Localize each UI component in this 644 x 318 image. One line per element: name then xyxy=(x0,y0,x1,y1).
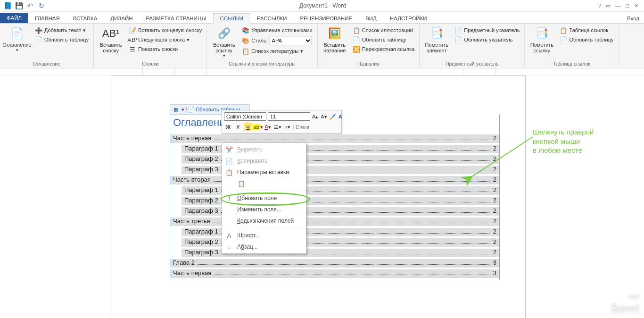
bold-button[interactable]: Ж xyxy=(224,123,232,131)
manage-sources-button[interactable]: 📚Управление источниками xyxy=(240,26,314,34)
ctx-toggle-codes[interactable]: Коды/значения полей xyxy=(222,215,306,226)
manage-icon: 📚 xyxy=(242,26,249,34)
update-toa-button[interactable]: 📄Обновить таблицу xyxy=(558,35,615,44)
toc-row-leader xyxy=(198,264,491,265)
styles-icon[interactable]: A xyxy=(338,112,343,121)
tab-addins[interactable]: НАДСТРОЙКИ xyxy=(383,14,434,23)
tab-mailings[interactable]: РАССЫЛКИ xyxy=(250,14,294,23)
insert-endnote-button[interactable]: 📝Вставить концевую сноску xyxy=(127,26,204,34)
insert-caption-button[interactable]: 🖼️ Вставить название xyxy=(321,25,349,53)
close-icon[interactable]: ✕ xyxy=(634,3,638,9)
insert-footnote-button[interactable]: AB¹ Вставить сноску xyxy=(97,25,125,53)
copy-icon: 📄 xyxy=(225,157,233,165)
toc-row-label: Параграф 3 xyxy=(184,166,219,173)
group-toc: 📄 Оглавление ▾ ➕Добавить текст ▾ 📄Обнови… xyxy=(0,24,94,68)
figure-list-button[interactable]: 📋Список иллюстраций xyxy=(351,26,417,34)
bullets-icon[interactable]: ☰▾ xyxy=(273,123,282,131)
group-toa-label: Таблица ссылок xyxy=(528,60,615,68)
format-painter-icon[interactable]: 🖌️ xyxy=(329,112,337,121)
ctx-copy[interactable]: 📄Копировать xyxy=(222,155,306,167)
toc-row-page: 2 xyxy=(493,155,496,162)
next-footnote-button[interactable]: AB¹Следующая сноска ▾ xyxy=(127,35,204,44)
group-captions-label: Названия xyxy=(321,60,417,68)
ctx-cut[interactable]: ✂️Вырезать xyxy=(222,144,306,155)
ctx-paragraph[interactable]: ≡Абзац... xyxy=(222,241,306,252)
tab-layout[interactable]: РАЗМЕТКА СТРАНИЦЫ xyxy=(140,14,213,23)
minimize-icon[interactable]: — xyxy=(615,3,620,9)
endnote-icon: 📝 xyxy=(129,26,136,34)
tab-review[interactable]: РЕЦЕНЗИРОВАНИЕ xyxy=(294,14,359,23)
underline-button[interactable]: Ч xyxy=(244,123,252,131)
login-link[interactable]: Вход xyxy=(622,14,644,23)
ctx-font[interactable]: AШрифт... xyxy=(222,230,306,241)
toc-row[interactable]: Часть первая3 xyxy=(170,269,499,278)
toc-row-label: Параграф 1 xyxy=(184,228,219,235)
style-icon: 🎨 xyxy=(242,37,249,44)
restore-icon[interactable]: ◻ xyxy=(625,3,629,9)
highlight-icon[interactable]: ab▾ xyxy=(254,123,262,131)
citation-style-select[interactable]: APA xyxy=(270,36,312,45)
undo-icon[interactable]: ↶ xyxy=(25,1,35,10)
insert-toa-button[interactable]: 📋Таблица ссылок xyxy=(558,26,615,34)
italic-button[interactable]: К xyxy=(234,123,242,131)
font-size-input[interactable] xyxy=(268,112,310,121)
numbering-icon[interactable]: ≡▾ xyxy=(283,123,292,131)
update-toc-button[interactable]: 📄Обновить таблицу xyxy=(33,35,91,44)
grow-font-icon[interactable]: A▴ xyxy=(312,112,319,121)
toc-row-page: 2 xyxy=(493,145,496,152)
shrink-font-icon[interactable]: A▾ xyxy=(320,112,327,121)
paragraph-icon: ≡ xyxy=(225,243,233,251)
toc-row-page: 2 xyxy=(493,166,496,173)
toc-row-page: 2 xyxy=(493,207,496,214)
ctx-paste-keep[interactable]: 📋 xyxy=(222,178,306,189)
insert-citation-button[interactable]: 🔗 Вставить ссылку ▾ xyxy=(210,25,238,58)
tab-insert[interactable]: ВСТАВКА xyxy=(66,14,104,23)
group-footnotes: AB¹ Вставить сноску 📝Вставить концевую с… xyxy=(94,24,207,68)
show-footnotes-button[interactable]: ☰Показать сноски xyxy=(127,45,204,53)
caption-icon: 🖼️ xyxy=(327,26,342,41)
next-footnote-icon: AB¹ xyxy=(129,36,136,43)
update-toa-icon: 📄 xyxy=(560,36,567,43)
toc-row[interactable]: Часть вторая2 xyxy=(170,176,499,184)
toc-row-label: Параграф 3 xyxy=(184,207,219,214)
tab-home[interactable]: ГЛАВНАЯ xyxy=(28,14,66,23)
toc-row-label: Часть вторая xyxy=(173,176,212,183)
tab-design[interactable]: ДИЗАЙН xyxy=(104,14,139,23)
tab-view[interactable]: ВИД xyxy=(359,14,383,23)
crossref-button[interactable]: 🔀Перекрестная ссылка xyxy=(351,45,417,53)
help-icon[interactable]: ? xyxy=(598,3,601,9)
ribbon-display-icon[interactable]: ▭ xyxy=(606,3,611,9)
show-icon: ☰ xyxy=(129,45,136,53)
update-captions-button[interactable]: 📄Обновить таблицу xyxy=(351,35,417,44)
watermark: clubSovet xyxy=(611,293,639,316)
toc-row[interactable]: Часть первая2 xyxy=(170,134,499,143)
bibliography-button[interactable]: 📋Список литературы ▾ xyxy=(240,47,314,55)
mark-citation-button[interactable]: 📑 Пометить ссылку xyxy=(528,25,556,53)
add-text-button[interactable]: ➕Добавить текст ▾ xyxy=(33,26,91,34)
tab-file[interactable]: ФАЙЛ xyxy=(0,13,28,23)
update-index-button[interactable]: 📄Обновить указатель xyxy=(453,35,521,44)
toc-row[interactable]: Глава 23 xyxy=(170,259,499,268)
ctx-edit-field[interactable]: Изменить поле... xyxy=(222,204,306,215)
insert-index-button[interactable]: 📄Предметный указатель xyxy=(453,26,521,34)
group-toa: 📑 Пометить ссылку 📋Таблица ссылок 📄Обнов… xyxy=(525,24,619,68)
toc-row-label: Параграф 2 xyxy=(184,238,219,245)
font-family-input[interactable] xyxy=(224,112,266,121)
toc-row-page: 2 xyxy=(493,134,496,142)
toc-menu-icon[interactable]: ▦ xyxy=(172,106,180,113)
toc-button[interactable]: 📄 Оглавление ▾ xyxy=(3,25,31,52)
save-icon[interactable]: 💾 xyxy=(14,1,24,10)
toc-row[interactable]: Часть третья2 xyxy=(170,218,499,226)
redo-icon[interactable]: ↻ xyxy=(37,1,46,10)
font-color-icon[interactable]: A▾ xyxy=(264,123,272,131)
toc-row-page: 2 xyxy=(493,218,496,225)
tab-references[interactable]: ССЫЛКИ xyxy=(213,13,250,24)
window-controls: ? ▭ — ◻ ✕ xyxy=(598,3,638,9)
toc-row-label: Глава 2 xyxy=(173,259,196,266)
styles-label[interactable]: Стили xyxy=(293,125,309,130)
mark-entry-icon: 📑 xyxy=(429,26,444,41)
toc-update-icon[interactable]: !📄 xyxy=(186,106,194,113)
mark-entry-button[interactable]: 📑 Пометить элемент xyxy=(422,25,451,53)
ctx-update-field[interactable]: !Обновить поле xyxy=(222,192,306,204)
group-footnotes-label: Сноски xyxy=(97,60,204,68)
